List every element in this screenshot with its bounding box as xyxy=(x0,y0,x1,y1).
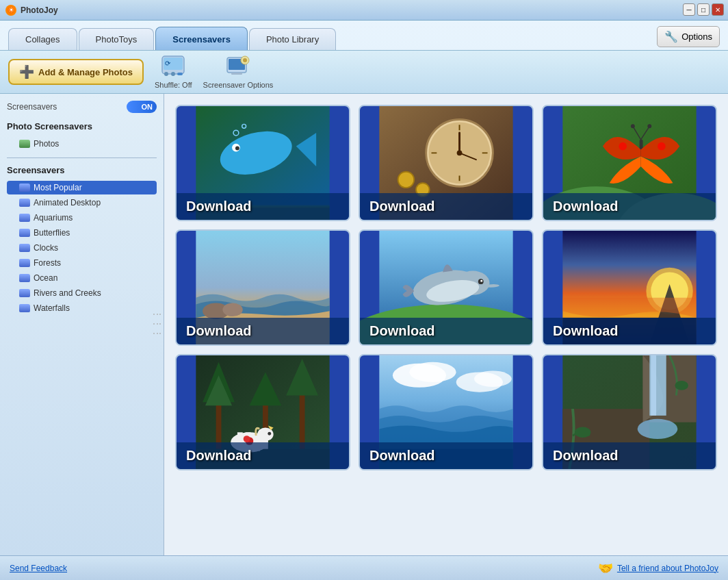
download-label-fish[interactable]: Download xyxy=(177,193,349,220)
main-window: Collages PhotoToys Screensavers Photo Li… xyxy=(0,21,728,580)
screensaver-grid-container[interactable]: Download xyxy=(164,94,728,555)
download-label-clock[interactable]: Download xyxy=(360,193,532,220)
download-label-waterfall[interactable]: Download xyxy=(543,442,716,469)
screensaver-options-item[interactable]: Screensaver Options xyxy=(203,55,274,89)
screensaver-item-fish[interactable]: Download xyxy=(175,105,350,221)
folder-blue-icon-ocean xyxy=(19,274,30,282)
download-label-sunset[interactable]: Download xyxy=(543,318,716,344)
screensaver-item-clock[interactable]: Download xyxy=(359,105,534,221)
screensaver-item-butterfly[interactable]: Download xyxy=(542,105,717,221)
maximize-button[interactable]: □ xyxy=(697,3,710,16)
screensavers-toggle[interactable]: ON xyxy=(127,101,157,113)
svg-point-15 xyxy=(235,147,239,151)
screensaver-item-forest[interactable]: Download xyxy=(175,354,350,470)
svg-rect-8 xyxy=(231,73,242,75)
sidebar-item-most-popular[interactable]: Most Popular xyxy=(7,181,157,194)
download-label-dolphin[interactable]: Download xyxy=(360,318,532,344)
svg-point-36 xyxy=(619,142,627,151)
tab-collages[interactable]: Collages xyxy=(8,28,77,50)
svg-point-77 xyxy=(409,362,456,382)
bottom-bar: Send Feedback 🤝 Tell a friend about Phot… xyxy=(0,555,728,580)
sidebar-item-waterfalls[interactable]: Waterfalls xyxy=(7,301,157,315)
svg-point-2 xyxy=(164,72,168,76)
sidebar-screensavers-label: Screensavers xyxy=(7,102,57,112)
svg-rect-85 xyxy=(651,355,656,416)
sidebar-item-clocks[interactable]: Clocks xyxy=(7,241,157,255)
sidebar-separator xyxy=(7,157,157,158)
top-section: Collages PhotoToys Screensavers Photo Li… xyxy=(0,21,728,50)
sidebar-item-animated-desktop[interactable]: Animated Desktop xyxy=(7,196,157,210)
sidebar-item-ocean[interactable]: Ocean xyxy=(7,271,157,285)
screensaver-options-label: Screensaver Options xyxy=(203,81,274,89)
add-manage-photos-button[interactable]: ➕ Add & Manage Photos xyxy=(8,59,144,85)
send-feedback-link[interactable]: Send Feedback xyxy=(10,564,67,573)
screensaver-grid: Download xyxy=(170,99,723,476)
download-label-ocean[interactable]: Download xyxy=(360,442,532,469)
svg-point-41 xyxy=(647,124,651,128)
svg-point-86 xyxy=(638,419,678,439)
options-button[interactable]: 🔧 Options xyxy=(657,26,720,47)
svg-point-87 xyxy=(575,427,590,438)
app-icon: ☀ xyxy=(5,5,16,16)
folder-blue-icon-rivers-and-creeks xyxy=(19,289,30,297)
svg-point-79 xyxy=(474,370,512,386)
sidebar-item-photos[interactable]: Photos xyxy=(7,137,157,151)
tell-friend-link[interactable]: Tell a friend about PhotoJoy xyxy=(617,564,718,573)
handshake-emoji: 🤝 xyxy=(598,561,613,576)
svg-rect-62 xyxy=(300,389,305,449)
photo-screensavers-title: Photo Screensavers xyxy=(7,121,157,131)
wrench-icon: 🔧 xyxy=(664,30,678,43)
svg-point-10 xyxy=(243,58,247,62)
svg-point-50 xyxy=(480,280,482,282)
svg-text:⟳: ⟳ xyxy=(165,60,171,67)
toolbar: ➕ Add & Manage Photos ⟳ Shuffle: Off xyxy=(0,50,728,94)
folder-blue-icon-clocks xyxy=(19,244,30,252)
screensaver-options-icon xyxy=(226,55,250,79)
screensavers-section-title: Screensavers xyxy=(7,165,157,175)
screensaver-item-waterfall[interactable]: Download xyxy=(542,354,717,470)
screensaver-item-dolphin[interactable]: Download xyxy=(359,229,534,346)
sidebar: Screensavers ON Photo Screensavers Photo… xyxy=(0,94,164,555)
svg-point-40 xyxy=(631,124,635,128)
sidebar-item-aquariums[interactable]: Aquariums xyxy=(7,211,157,225)
folder-blue-icon-animated-desktop xyxy=(19,199,30,207)
svg-point-3 xyxy=(171,72,175,76)
tell-friend-section: 🤝 Tell a friend about PhotoJoy xyxy=(598,561,718,576)
svg-point-44 xyxy=(222,303,242,316)
folder-blue-icon-aquariums xyxy=(19,214,30,222)
svg-point-37 xyxy=(658,142,666,151)
sidebar-toggle-row: Screensavers ON xyxy=(7,101,157,113)
download-label-beach[interactable]: Download xyxy=(177,318,349,344)
sidebar-item-forests[interactable]: Forests xyxy=(7,256,157,270)
window-controls: ─ □ ✕ xyxy=(683,3,724,16)
title-bar: ☀ PhotoJoy ─ □ ✕ xyxy=(0,0,728,21)
sidebar-drag-handle[interactable]: ⋮⋮⋮ xyxy=(153,310,162,339)
svg-point-29 xyxy=(457,150,463,155)
screensaver-item-sunset[interactable]: Download xyxy=(542,229,717,346)
sidebar-item-rivers-and-creeks[interactable]: Rivers and Creeks xyxy=(7,286,157,300)
folder-blue-icon-forests xyxy=(19,259,30,267)
tab-screensavers[interactable]: Screensavers xyxy=(155,27,248,50)
screensaver-item-beach[interactable]: Download xyxy=(175,229,350,346)
content-area: Screensavers ON Photo Screensavers Photo… xyxy=(0,94,728,555)
download-label-forest[interactable]: Download xyxy=(177,442,349,469)
sidebar-item-butterflies[interactable]: Butterflies xyxy=(7,226,157,240)
shuffle-item[interactable]: ⟳ Shuffle: Off xyxy=(155,55,192,89)
svg-point-72 xyxy=(268,432,271,436)
folder-green-icon xyxy=(19,140,30,148)
app-title: PhotoJoy xyxy=(21,5,58,15)
shuffle-label: Shuffle: Off xyxy=(155,81,192,89)
svg-point-74 xyxy=(244,436,250,442)
folder-blue-icon-waterfalls xyxy=(19,304,30,312)
tab-bar: Collages PhotoToys Screensavers Photo Li… xyxy=(8,27,336,50)
shuffle-icon: ⟳ xyxy=(161,55,185,79)
download-label-butterfly[interactable]: Download xyxy=(543,193,716,220)
svg-point-30 xyxy=(398,172,414,188)
folder-blue-icon-most-popular xyxy=(19,184,30,192)
minimize-button[interactable]: ─ xyxy=(683,3,695,16)
tab-photo-library[interactable]: Photo Library xyxy=(249,28,336,50)
tab-phototoys[interactable]: PhotoToys xyxy=(79,28,155,50)
plus-circle-icon: ➕ xyxy=(19,64,34,79)
screensaver-item-ocean[interactable]: Download xyxy=(359,354,534,470)
close-button[interactable]: ✕ xyxy=(712,3,724,16)
